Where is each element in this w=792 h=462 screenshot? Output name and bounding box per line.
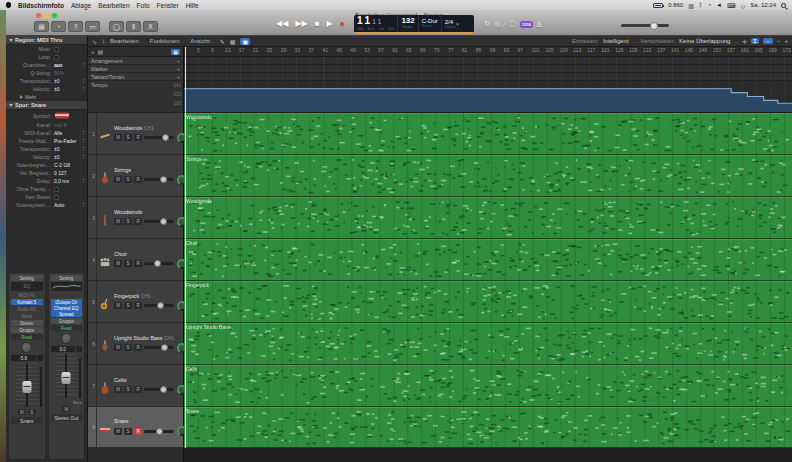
marker-lane[interactable] bbox=[184, 65, 792, 73]
solo-button[interactable]: S bbox=[124, 386, 132, 393]
solo-button[interactable]: S bbox=[124, 344, 132, 351]
battery-icon[interactable] bbox=[653, 3, 663, 8]
param-value[interactable]: Alle bbox=[54, 130, 62, 136]
mute-button[interactable]: M bbox=[114, 176, 122, 183]
zoom-window-button[interactable] bbox=[52, 13, 57, 18]
signature-lane[interactable] bbox=[184, 73, 792, 81]
midi-region-fingerpick[interactable]: Fingerpick bbox=[184, 281, 792, 323]
group-slot[interactable]: Gruppe bbox=[51, 318, 83, 324]
global-track-marker[interactable]: Marker+ bbox=[88, 65, 183, 73]
volume-slider[interactable] bbox=[144, 262, 174, 265]
volume-slider[interactable] bbox=[144, 388, 174, 391]
midi-region-snare[interactable]: Snare bbox=[184, 407, 792, 448]
param-value[interactable]: aus bbox=[54, 62, 63, 68]
menubar-clock[interactable]: Sa. 12:24 bbox=[750, 2, 776, 8]
inspector-param-symbol-[interactable]: Symbol: bbox=[6, 110, 87, 121]
midi-region-woodwinds[interactable]: Woodwinds bbox=[184, 113, 792, 155]
mute-button[interactable]: M bbox=[114, 218, 122, 225]
record-enable-button[interactable]: R bbox=[134, 134, 142, 141]
toolbar-menu-ansicht[interactable]: Ansicht⌄ bbox=[190, 38, 214, 44]
track-header-woodwinds[interactable]: 1Woodwinds CH1MSR bbox=[88, 113, 183, 155]
stop-button[interactable]: ■ bbox=[315, 19, 320, 28]
checkbox[interactable] bbox=[54, 195, 59, 200]
bluetooth-icon[interactable]: ᛒ bbox=[699, 2, 703, 8]
stepper-icon[interactable]: ▴▾ bbox=[82, 130, 84, 135]
inspector-param-kanal-[interactable]: Kanal:Inst 8 bbox=[6, 121, 87, 129]
inspector-param-loop-[interactable]: Loop: bbox=[6, 53, 87, 61]
record-enable-button[interactable]: R bbox=[134, 218, 142, 225]
lcd-tempo[interactable]: 132 Tempo bbox=[398, 15, 418, 32]
volume-slider[interactable] bbox=[144, 430, 174, 433]
param-value[interactable]: 50% bbox=[54, 70, 64, 76]
global-track-tempo[interactable]: Tempo 140120100 bbox=[88, 81, 183, 113]
volume-fader[interactable] bbox=[16, 363, 38, 407]
checkbox[interactable] bbox=[54, 47, 59, 52]
inspector-param-ohne-transp-[interactable]: Ohne Transp...: bbox=[6, 185, 87, 193]
param-value[interactable]: Auto bbox=[54, 202, 64, 208]
inspector-param-velocity-[interactable]: Velocity:±0▴▾ bbox=[6, 85, 87, 93]
record-enable-button[interactable]: R bbox=[134, 344, 142, 351]
volume-fader[interactable] bbox=[56, 354, 78, 398]
editors-button[interactable]: X bbox=[143, 21, 158, 32]
inspector-param-quantisier-[interactable]: Quantisier...:aus▴▾ bbox=[6, 61, 87, 69]
volume-slider[interactable] bbox=[144, 304, 174, 307]
instrument-slot[interactable]: Kontakt 5 bbox=[11, 299, 43, 305]
cycle-icon[interactable]: ↻ bbox=[484, 20, 490, 28]
volume-slider-knob[interactable] bbox=[160, 176, 167, 183]
forward-button[interactable]: ▶▶ bbox=[295, 19, 307, 28]
volume-slider-knob[interactable] bbox=[161, 344, 168, 351]
fader-thumb[interactable] bbox=[22, 381, 31, 393]
add-track-icon[interactable]: + bbox=[91, 49, 95, 55]
param-value[interactable]: ±0 bbox=[54, 154, 60, 160]
zoom-out-icon[interactable]: − bbox=[777, 38, 781, 44]
checkbox[interactable] bbox=[54, 187, 59, 192]
record-button[interactable]: ● bbox=[340, 19, 345, 28]
automation-mode-button[interactable]: Read bbox=[51, 325, 83, 331]
toolbar-button[interactable]: ▭ bbox=[85, 21, 100, 32]
menu-hilfe[interactable]: Hilfe bbox=[186, 2, 199, 9]
mute-button[interactable]: M bbox=[114, 260, 122, 267]
param-value[interactable]: ±0 bbox=[54, 146, 60, 152]
inspector-param-notensystem-[interactable]: Notensystem...:Auto▴▾ bbox=[6, 201, 87, 209]
eq-thumbnail[interactable] bbox=[51, 282, 83, 291]
minimize-window-button[interactable] bbox=[44, 13, 49, 18]
midi-region-woodwinds[interactable]: Woodwinds bbox=[184, 197, 792, 239]
tuner-icon[interactable]: ∕ bbox=[504, 21, 505, 28]
move-tool-icon[interactable]: ✛ bbox=[742, 38, 747, 45]
global-track-taktart-tonart[interactable]: Taktart/Tonart+ bbox=[88, 73, 183, 81]
add-icon[interactable]: + bbox=[177, 66, 180, 72]
rewind-button[interactable]: ◀◀ bbox=[276, 19, 288, 28]
stepper-icon[interactable]: ▴▾ bbox=[82, 146, 84, 151]
plugin-slot-channel-eq[interactable]: Channel EQ bbox=[51, 305, 83, 311]
lcd-dropdown-icon[interactable]: ▾ bbox=[456, 21, 459, 27]
automation-mode-button[interactable]: Read bbox=[11, 334, 43, 340]
clock-icon[interactable]: ◔ bbox=[707, 2, 711, 8]
flex-icon[interactable]: ⌇ bbox=[102, 38, 105, 45]
arrangement-lane[interactable] bbox=[184, 57, 792, 65]
global-track-arrangement[interactable]: Arrangement+ bbox=[88, 57, 183, 65]
mute-button[interactable]: M bbox=[18, 409, 26, 415]
siri-icon[interactable]: ◇ bbox=[741, 2, 746, 9]
global-tracks-icon[interactable]: ▦ bbox=[171, 49, 180, 55]
inspector-param-kein-reset-[interactable]: Kein Reset: bbox=[6, 193, 87, 201]
volume-slider-knob[interactable] bbox=[157, 302, 164, 309]
menu-fenster[interactable]: Fenster bbox=[157, 2, 179, 9]
mute-button[interactable]: M bbox=[62, 406, 70, 412]
record-enable-button[interactable]: R bbox=[134, 302, 142, 309]
track-inspector-header[interactable]: Spur: Snare bbox=[6, 101, 87, 110]
volume-slider[interactable] bbox=[144, 220, 174, 223]
menu-bearbeiten[interactable]: Bearbeiten bbox=[98, 2, 129, 9]
solo-button[interactable]: S bbox=[124, 176, 132, 183]
eq-slot[interactable]: EQ bbox=[11, 282, 43, 291]
track-header-upright-studio-bass[interactable]: 6Upright Studio Bass CH1MSR bbox=[88, 323, 183, 365]
param-value[interactable]: ±0 bbox=[54, 86, 60, 92]
inspector-param-delay-[interactable]: Delay:0,0 ms▴▾ bbox=[6, 177, 87, 185]
tempo-lane[interactable] bbox=[184, 81, 792, 113]
volume-slider-knob[interactable] bbox=[162, 134, 169, 141]
inspector-param-transposition-[interactable]: Transposition:±0▴▾ bbox=[6, 77, 87, 85]
record-enable-button[interactable]: R bbox=[134, 260, 142, 267]
mute-button[interactable]: M bbox=[114, 302, 122, 309]
param-value[interactable]: C-2 G8 bbox=[54, 162, 70, 168]
quick-help-button[interactable]: ? bbox=[68, 21, 83, 32]
inspector-param-mute-[interactable]: Mute: bbox=[6, 45, 87, 53]
